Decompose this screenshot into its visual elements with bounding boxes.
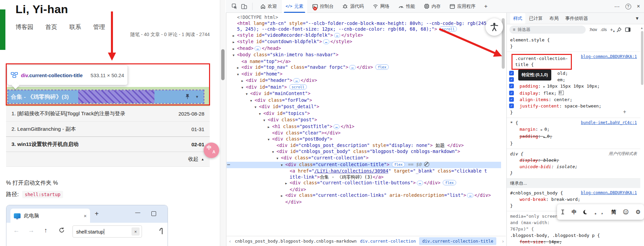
dom-tree-line[interactable]: ▼<div id="topics"> xyxy=(227,111,501,117)
expander-icon[interactable]: ▼ xyxy=(263,118,268,124)
tab-styles[interactable]: 样式 xyxy=(510,13,525,24)
breadcrumb-item[interactable]: div.current-collection xyxy=(360,239,416,244)
css-property[interactable]: ✓justify-content: space-between; xyxy=(507,103,640,109)
breadcrumb-item[interactable]: cnblogs_post_body.blogpost-body.cnblogs-… xyxy=(235,239,356,244)
stylesheet-source-link[interactable]: blog-common…DBDURYdKA:1 xyxy=(581,54,637,60)
ime-language-toggle[interactable]: 中 xyxy=(572,209,577,215)
badge-scroll[interactable]: scroll xyxy=(289,84,307,90)
expander-icon[interactable]: ▼ xyxy=(241,85,246,91)
dom-tree-line[interactable]: itle-link">合集 - 《鸡零狗碎》(3)</a> xyxy=(227,174,501,180)
dom-tree-line[interactable]: ▼<div id="home"> xyxy=(227,71,501,78)
dom-tree-line[interactable]: ▶<div class="current-collection-links" a… xyxy=(227,192,501,199)
dom-tree-line[interactable]: ▶<div id="header">…</div> xyxy=(227,78,501,84)
styles-scrollbar-thumb[interactable] xyxy=(641,31,643,85)
expand-shorthand-icon[interactable]: ▶ xyxy=(543,135,547,139)
expander-icon[interactable]: ▶ xyxy=(237,65,241,71)
dom-tree-line[interactable]: ▶<div id="top_nav" class="navbar forpc">… xyxy=(227,64,501,71)
device-toolbar-icon[interactable] xyxy=(240,2,248,10)
stylesheet-source-link[interactable]: blog-common…DBDURYdKA:1 xyxy=(581,190,637,196)
more-options-icon[interactable]: ⋯ xyxy=(614,3,620,10)
rule-selector[interactable]: #cnblogs_post_body { xyxy=(510,190,563,196)
inspect-element-icon[interactable] xyxy=(231,2,239,10)
stylesheet-source-link[interactable]: bundle-imet…bahV_rC4c:1 xyxy=(581,120,637,126)
inline-expand-icon[interactable]: … xyxy=(293,78,300,83)
css-property[interactable]: word-break: break-word; xyxy=(507,196,640,203)
add-property-icon[interactable]: + xyxy=(623,109,626,115)
expander-icon[interactable]: ▶ xyxy=(233,39,237,45)
tab-memory[interactable]: 内存 xyxy=(420,0,444,13)
expander-icon[interactable]: ▼ xyxy=(233,53,237,59)
tab-event-listeners[interactable]: 事件侦听器 xyxy=(562,13,591,24)
tab-elements[interactable]: </> 元素 xyxy=(282,0,307,13)
expander-icon[interactable]: ▼ xyxy=(281,162,285,168)
css-property[interactable]: margin: ▶ 0; xyxy=(507,126,640,133)
styles-scroll-up-icon[interactable]: ▲ xyxy=(640,26,643,30)
expander-icon[interactable]: ▼ xyxy=(268,137,272,143)
expand-shorthand-icon[interactable]: ▶ xyxy=(541,128,545,131)
expander-icon[interactable]: ▶ xyxy=(281,193,285,199)
list-item[interactable]: 2. LearnGitBranching - 副本 01-31 xyxy=(6,121,210,136)
expander-icon[interactable]: ▶ xyxy=(233,46,237,52)
inline-expand-icon[interactable]: … xyxy=(333,124,340,129)
chevron-down-icon[interactable]: ▼ xyxy=(635,16,639,21)
css-property[interactable]: padding: ▶ 0; xyxy=(507,133,640,140)
dom-tree-line[interactable]: ▶<div class="current-collection-title-bu… xyxy=(227,180,501,187)
punctuation-toggle[interactable]: 。， xyxy=(594,209,605,215)
rule-selector[interactable]: 767px)" { xyxy=(510,226,534,232)
badge-flex[interactable]: flex xyxy=(443,180,456,185)
breadcrumb-scroll-right-icon[interactable]: › xyxy=(502,239,504,244)
property-checkbox[interactable]: ✓ xyxy=(509,97,514,102)
property-checkbox[interactable]: ✓ xyxy=(509,91,514,95)
list-item-current[interactable]: 3. win11设置软件开机自启动 02-01 xyxy=(6,136,210,152)
expander-icon[interactable]: ▶ xyxy=(285,181,290,187)
expand-shorthand-icon[interactable]: ▶ xyxy=(543,85,547,88)
forward-icon[interactable]: → xyxy=(28,227,34,234)
css-property[interactable]: ✓padding: ▶ 10px 15px 10px 10px; xyxy=(507,83,640,90)
simplified-toggle[interactable]: 简 xyxy=(611,209,616,215)
page-scrollbar-thumb[interactable] xyxy=(221,49,225,80)
expander-icon[interactable]: ▼ xyxy=(259,111,263,117)
dom-tree-line[interactable]: <a href="/LiYi-han/collections/30984" ta… xyxy=(227,168,501,174)
dom-tree-line[interactable]: ▼<div class="post"> xyxy=(227,117,501,124)
translate-badge[interactable]: 中 A xyxy=(204,143,219,158)
new-tab-icon[interactable]: + xyxy=(95,210,99,218)
badge-flex[interactable]: flex xyxy=(375,64,388,70)
css-property[interactable]: font-size: 14px; xyxy=(507,239,640,245)
expander-icon[interactable]: ▼ xyxy=(237,72,241,78)
dom-tree-line[interactable]: ▼<div id="post_detail"> xyxy=(227,104,501,111)
tab-sources[interactable]: 源代码 xyxy=(339,0,368,13)
rule-selector[interactable]: .blogpost-body, .blogpost-body p { xyxy=(510,233,600,238)
inline-expand-icon[interactable]: … xyxy=(349,65,356,70)
dom-tree-line[interactable]: ▼<div class="forFlow"> xyxy=(227,97,501,104)
css-property[interactable]: display: block; xyxy=(507,157,640,163)
dom-tree-line[interactable]: </div> xyxy=(227,199,501,205)
address-bar[interactable]: shell:startup × xyxy=(72,225,142,238)
inline-expand-icon[interactable]: … xyxy=(467,193,473,198)
css-property[interactable]: ✓align-items: center; xyxy=(507,96,640,103)
dom-tree-line[interactable]: </div> xyxy=(227,187,501,193)
text-cursor-icon[interactable] xyxy=(560,209,565,215)
maximize-icon[interactable] xyxy=(151,211,156,216)
property-checkbox[interactable]: ✓ xyxy=(509,84,514,88)
tab-close-icon[interactable]: × xyxy=(84,213,87,219)
dom-tree-line[interactable]: <div id="cnblogs_post_description" style… xyxy=(227,143,501,149)
add-tab-button[interactable]: + xyxy=(480,0,491,13)
devtools-close-icon[interactable]: × xyxy=(637,3,640,9)
nav-home[interactable]: 首页 xyxy=(46,23,57,31)
dom-tree-line[interactable]: ▼<div class="current-collection"> xyxy=(227,155,501,162)
dom-tree-line[interactable]: ▶<h1 class="postTitle">…</h1> xyxy=(227,124,501,130)
ime-settings-gear-icon[interactable]: ⚙ xyxy=(636,209,641,215)
dom-tree-line[interactable]: <div class="clear"></div> xyxy=(227,130,501,136)
minimize-icon[interactable]: — xyxy=(135,209,140,215)
expander-icon[interactable]: ▶ xyxy=(268,124,272,130)
post-title[interactable]: 2. LearnGitBranching - 副本 xyxy=(11,126,76,133)
expander-icon[interactable]: ▼ xyxy=(272,149,276,155)
emoji-icon[interactable]: ☺ xyxy=(623,209,629,215)
tab-network[interactable]: 网络 xyxy=(369,0,393,13)
style-filter-input[interactable]: ≡ 筛选器 xyxy=(509,26,586,34)
rule-selector[interactable]: * { xyxy=(510,120,518,126)
rule-selector[interactable]: and (max-width: xyxy=(510,220,550,225)
red-boxed-selector[interactable]: .current-collection-title { xyxy=(511,54,572,70)
breadcrumb-scroll-left-icon[interactable]: ‹ xyxy=(229,239,231,244)
rule-selector[interactable]: media="only screen xyxy=(510,213,558,219)
